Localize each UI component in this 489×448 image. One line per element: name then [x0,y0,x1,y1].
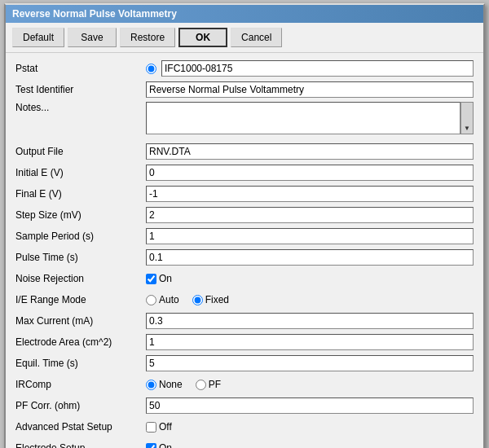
test-id-label: Test Identifier [15,84,146,95]
adv-pstat-text: Off [159,421,172,433]
final-e-row: Final E (V) [15,185,474,203]
output-file-input[interactable] [146,143,474,160]
toolbar: Default Save Restore OK Cancel [6,23,483,53]
pf-corr-row: PF Corr. (ohm) [15,397,474,415]
ircomp-pf-radio[interactable] [196,380,206,390]
pulse-time-label: Pulse Time (s) [15,252,146,263]
equil-time-row: Equil. Time (s) [15,354,474,372]
electrode-setup-label: Electrode Setup [15,442,146,448]
pstat-input[interactable] [161,60,474,77]
ircomp-none-label: None [159,379,183,390]
notes-wrapper: ▼ [146,102,474,134]
step-size-label: Step Size (mV) [15,209,146,221]
electrode-setup-text: On [159,442,172,448]
save-button[interactable]: Save [68,28,117,47]
electrode-setup-checkbox-label[interactable]: On [146,442,172,448]
noise-rejection-row: Noise Rejection On [15,270,474,288]
pulse-time-row: Pulse Time (s) [15,248,474,266]
ircomp-row: IRComp None PF [15,376,474,393]
pstat-radio[interactable] [146,64,156,74]
ie-auto-option[interactable]: Auto [146,294,179,305]
test-id-input[interactable] [146,81,474,98]
sample-period-row: Sample Period (s) [15,227,474,245]
final-e-label: Final E (V) [15,188,146,200]
max-current-label: Max Current (mA) [15,315,146,327]
step-size-input[interactable] [146,207,474,223]
max-current-input[interactable] [146,313,474,329]
ie-fixed-option[interactable]: Fixed [192,294,229,305]
noise-rejection-text: On [159,273,172,284]
output-file-row: Output File [15,143,474,160]
title-bar: Reverse Normal Pulse Voltammetry [6,5,483,23]
notes-scrollbar[interactable]: ▼ [460,102,474,134]
electrode-setup-row: Electrode Setup On [15,439,474,448]
adv-pstat-row: Advanced Pstat Setup Off [15,418,474,436]
ie-range-row: I/E Range Mode Auto Fixed [15,291,474,309]
initial-e-row: Initial E (V) [15,164,474,182]
restore-button[interactable]: Restore [120,28,175,47]
test-id-row: Test Identifier [15,81,474,99]
initial-e-input[interactable] [146,165,474,181]
equil-time-input[interactable] [146,355,474,371]
pf-corr-input[interactable] [146,397,474,414]
electrode-area-row: Electrode Area (cm^2) [15,333,474,351]
max-current-row: Max Current (mA) [15,312,474,330]
pf-corr-label: PF Corr. (ohm) [15,400,146,411]
adv-pstat-checkbox-label[interactable]: Off [146,421,172,433]
pstat-row: Pstat [15,59,474,77]
electrode-area-input[interactable] [146,334,474,350]
noise-rejection-label: Noise Rejection [15,273,146,284]
ie-fixed-label: Fixed [205,294,229,305]
output-file-label: Output File [15,146,146,157]
notes-textarea[interactable] [146,102,460,134]
adv-pstat-checkbox[interactable] [146,422,156,433]
notes-label: Notes... [15,102,146,113]
noise-rejection-checkbox-label[interactable]: On [146,273,172,284]
pstat-label: Pstat [15,63,146,74]
ie-range-label: I/E Range Mode [15,294,146,305]
sample-period-label: Sample Period (s) [15,231,146,242]
notes-row: Notes... ▼ [15,102,474,134]
cancel-button[interactable]: Cancel [231,28,282,47]
initial-e-label: Initial E (V) [15,167,146,178]
sample-period-input[interactable] [146,228,474,244]
main-window: Reverse Normal Pulse Voltammetry Default… [4,3,485,448]
ircomp-label: IRComp [15,379,146,390]
pstat-group [146,60,474,77]
step-size-row: Step Size (mV) [15,206,474,224]
default-button[interactable]: Default [12,28,64,47]
ie-fixed-radio[interactable] [192,295,203,305]
noise-rejection-checkbox[interactable] [146,274,156,284]
pulse-time-input[interactable] [146,249,474,266]
electrode-setup-checkbox[interactable] [146,443,156,449]
ok-button[interactable]: OK [178,28,227,47]
ie-auto-radio[interactable] [146,295,156,305]
ie-auto-label: Auto [159,294,179,305]
final-e-input[interactable] [146,186,474,202]
equil-time-label: Equil. Time (s) [15,358,146,369]
ircomp-none-option[interactable]: None [146,379,183,390]
electrode-area-label: Electrode Area (cm^2) [15,336,146,348]
ircomp-none-radio[interactable] [146,380,156,390]
adv-pstat-label: Advanced Pstat Setup [15,421,146,433]
ircomp-pf-option[interactable]: PF [196,379,221,390]
ircomp-pf-label: PF [209,379,221,390]
scroll-arrow-icon: ▼ [464,125,470,132]
ircomp-group: None PF [146,379,474,390]
window-title: Reverse Normal Pulse Voltammetry [12,8,177,20]
ie-range-group: Auto Fixed [146,294,474,305]
form-content: Pstat Test Identifier Notes... ▼ Outpu [6,53,483,448]
